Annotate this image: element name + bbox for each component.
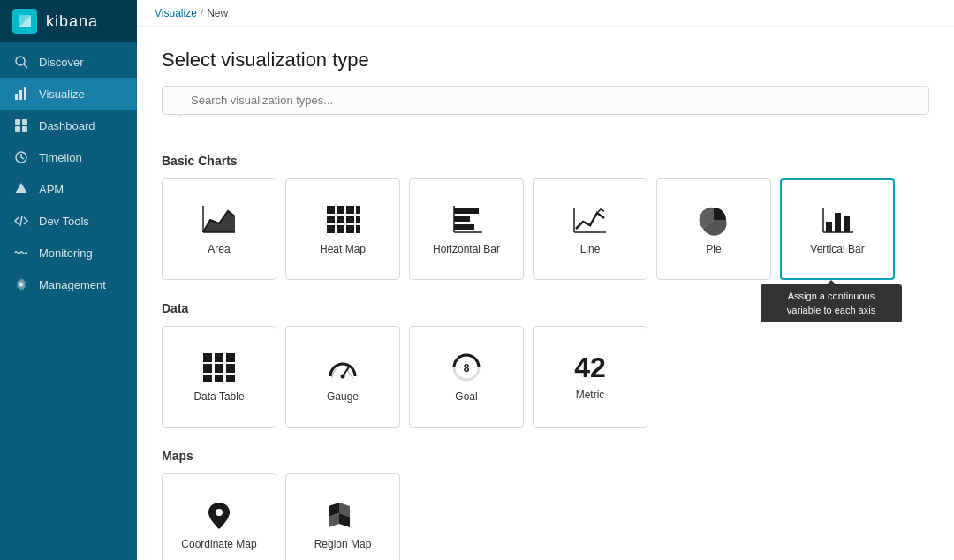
svg-rect-20 — [327, 206, 335, 214]
management-icon — [14, 277, 28, 291]
svg-marker-17 — [203, 211, 235, 232]
svg-rect-36 — [454, 224, 474, 230]
coordinate-map-label: Coordinate Map — [181, 538, 256, 550]
svg-rect-35 — [454, 216, 470, 222]
heatmap-label: Heat Map — [320, 243, 366, 255]
svg-rect-27 — [356, 216, 360, 223]
line-icon — [572, 204, 608, 236]
sidebar-item-discover[interactable]: Discover — [0, 46, 137, 78]
svg-point-53 — [341, 374, 345, 378]
sidebar-item-apm[interactable]: APM — [0, 173, 137, 205]
data-table-icon — [201, 352, 237, 383]
metric-icon: 42 — [574, 353, 606, 382]
data-table-label: Data Table — [193, 390, 244, 403]
svg-rect-24 — [327, 216, 335, 223]
sidebar-item-timelion[interactable]: Timelion — [0, 141, 137, 173]
section-label-maps: Maps — [162, 449, 929, 463]
svg-rect-30 — [346, 225, 354, 233]
viz-card-metric[interactable]: 42 Metric — [533, 326, 647, 428]
svg-rect-28 — [327, 225, 335, 233]
sidebar-item-label-apm: APM — [39, 183, 64, 196]
svg-rect-49 — [226, 364, 235, 373]
horizontal-bar-icon — [449, 204, 484, 236]
metric-label: Metric — [576, 389, 605, 401]
svg-rect-41 — [826, 222, 832, 232]
svg-rect-51 — [215, 375, 223, 382]
sidebar-item-label-timelion: Timelion — [39, 151, 82, 164]
horizontal-bar-label: Horizontal Bar — [433, 243, 500, 255]
viz-card-region-map[interactable]: Region Map — [285, 473, 400, 560]
main-content: Visualize / New Select visualization typ… — [137, 0, 954, 560]
coordinate-map-icon — [201, 499, 237, 531]
section-maps: Maps Coordinate Map — [162, 449, 929, 560]
svg-rect-43 — [844, 216, 850, 232]
svg-line-3 — [24, 64, 27, 68]
sidebar-item-label-discover: Discover — [39, 56, 84, 69]
gauge-icon — [325, 352, 360, 383]
svg-rect-21 — [337, 206, 344, 214]
svg-text:8: 8 — [464, 362, 470, 375]
area-icon — [201, 204, 237, 236]
search-wrapper — [162, 86, 929, 134]
monitoring-icon — [14, 246, 28, 260]
svg-rect-26 — [346, 216, 354, 223]
viz-card-horizontal-bar[interactable]: Horizontal Bar — [409, 178, 524, 280]
sidebar-item-management[interactable]: Management — [0, 269, 137, 300]
goal-label: Goal — [455, 390, 477, 403]
sidebar-item-dashboard[interactable]: Dashboard — [0, 110, 137, 141]
svg-rect-44 — [203, 353, 212, 362]
svg-rect-23 — [356, 206, 360, 214]
pie-icon — [696, 204, 731, 236]
pie-label: Pie — [706, 243, 721, 255]
sidebar: kibana Discover Visualize — [0, 0, 137, 560]
page-title: Select visualization type — [162, 49, 929, 72]
vertical-bar-icon — [820, 204, 855, 236]
data-grid: Data Table Gauge — [162, 326, 929, 428]
svg-rect-29 — [337, 225, 344, 233]
discover-icon — [14, 55, 28, 69]
viz-card-coordinate-map[interactable]: Coordinate Map — [162, 473, 276, 560]
svg-point-2 — [16, 57, 25, 65]
viz-card-vertical-bar[interactable]: Vertical Bar Assign a continuous variabl… — [780, 178, 895, 280]
svg-line-13 — [20, 216, 22, 226]
visualize-icon — [14, 87, 28, 101]
svg-rect-5 — [19, 90, 22, 100]
dashboard-icon — [14, 118, 28, 132]
logo-area: kibana — [0, 0, 137, 42]
svg-rect-42 — [835, 213, 841, 232]
svg-rect-8 — [22, 119, 27, 125]
vertical-bar-label: Vertical Bar — [810, 243, 864, 255]
viz-card-pie[interactable]: Pie — [656, 178, 771, 280]
sidebar-item-visualize[interactable]: Visualize — [0, 78, 137, 110]
line-label: Line — [580, 243, 601, 255]
search-input[interactable] — [162, 86, 929, 115]
svg-rect-46 — [226, 353, 235, 362]
kibana-logo-text: kibana — [46, 12, 98, 31]
viz-card-line[interactable]: Line — [533, 178, 647, 280]
viz-card-area[interactable]: Area — [162, 178, 276, 280]
svg-rect-48 — [215, 364, 223, 373]
heatmap-icon — [325, 204, 360, 236]
sidebar-item-devtools[interactable]: Dev Tools — [0, 205, 137, 237]
basic-charts-grid: Area — [162, 178, 929, 280]
viz-card-gauge[interactable]: Gauge — [285, 326, 400, 428]
svg-rect-25 — [337, 216, 344, 223]
breadcrumb-new: New — [207, 7, 228, 19]
sidebar-item-label-monitoring: Monitoring — [39, 246, 93, 260]
goal-icon: 8 — [449, 352, 484, 383]
sidebar-item-label-management: Management — [39, 278, 106, 291]
svg-rect-4 — [15, 94, 18, 100]
maps-grid: Coordinate Map Region Map — [162, 473, 929, 560]
breadcrumb-visualize[interactable]: Visualize — [155, 7, 197, 19]
kibana-logo-icon — [12, 9, 37, 34]
viz-card-heatmap[interactable]: Heat Map — [285, 178, 400, 280]
viz-card-goal[interactable]: 8 Goal — [409, 326, 524, 428]
sidebar-item-monitoring[interactable]: Monitoring — [0, 237, 137, 269]
svg-rect-10 — [22, 126, 27, 132]
viz-card-data-table[interactable]: Data Table — [162, 326, 276, 428]
sidebar-item-label-dashboard: Dashboard — [39, 119, 95, 132]
sidebar-item-label-visualize: Visualize — [39, 87, 85, 101]
area-label: Area — [208, 243, 230, 255]
section-basic-charts: Basic Charts Area — [162, 154, 929, 280]
svg-rect-45 — [215, 353, 223, 362]
